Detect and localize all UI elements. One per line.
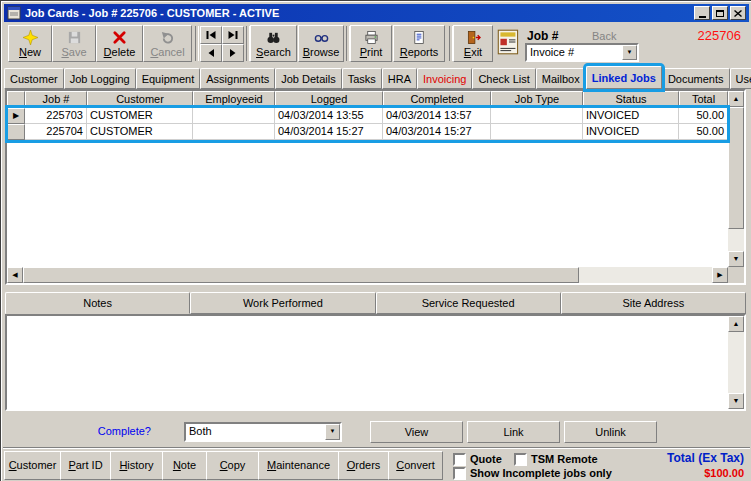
main-tab-bar: Customer Job Logging Equipment Assignmen… xyxy=(4,65,751,89)
grid-scroll-down-button[interactable]: ▼ xyxy=(728,251,744,267)
cancel-button[interactable]: Cancel xyxy=(143,25,192,62)
next-record-button[interactable] xyxy=(222,44,244,62)
notes-scroll-down-button[interactable]: ▼ xyxy=(728,393,744,409)
notes-scroll-up-button[interactable]: ▲ xyxy=(728,316,744,332)
scrollbar-corner xyxy=(728,267,744,283)
previous-record-button[interactable] xyxy=(200,44,222,62)
show-incomplete-checkbox-label: Show Incomplete jobs only xyxy=(470,467,612,480)
customer-button[interactable]: Customer xyxy=(4,451,61,480)
save-button-label: Save xyxy=(61,47,86,58)
tab-job-logging[interactable]: Job Logging xyxy=(64,68,136,89)
grid-horizontal-scrollbar[interactable]: ◀ ▶ xyxy=(7,267,728,283)
cell-total: 50.00 xyxy=(679,108,728,124)
cell-job-number: 225704 xyxy=(25,124,87,140)
exit-icon xyxy=(466,30,481,45)
chevron-down-icon: ▼ xyxy=(733,397,740,404)
cancel-button-label: Cancel xyxy=(150,47,184,58)
lookup-dropdown-button[interactable]: ▼ xyxy=(622,45,637,60)
note-button[interactable]: Note xyxy=(162,451,207,480)
new-button[interactable]: New xyxy=(8,25,52,62)
tab-tasks[interactable]: Tasks xyxy=(342,68,382,89)
tab-job-details[interactable]: Job Details xyxy=(275,68,341,89)
grid-scroll-right-button[interactable]: ▶ xyxy=(712,267,728,283)
notes-content[interactable] xyxy=(7,316,728,409)
view-button[interactable]: View xyxy=(370,421,463,443)
column-header-total[interactable]: Total xyxy=(679,91,728,108)
tab-service-requested[interactable]: Service Requested xyxy=(376,292,561,314)
history-button[interactable]: History xyxy=(110,451,163,480)
tab-equipment[interactable]: Equipment xyxy=(136,68,201,89)
search-icon xyxy=(266,30,281,45)
tab-mailbox[interactable]: Mailbox xyxy=(536,68,586,89)
tab-site-address[interactable]: Site Address xyxy=(561,292,746,314)
tab-check-list[interactable]: Check List xyxy=(472,68,535,89)
tab-documents[interactable]: Documents xyxy=(662,68,730,89)
maximize-button[interactable] xyxy=(712,6,728,20)
column-header-employeeid[interactable]: Employeeid xyxy=(193,91,275,108)
search-button[interactable]: Search xyxy=(250,25,297,62)
grid-scroll-up-button[interactable]: ▲ xyxy=(728,91,744,107)
notes-panel: ▲ ▼ xyxy=(5,314,746,411)
tsm-remote-checkbox[interactable] xyxy=(514,453,527,466)
close-button[interactable] xyxy=(730,6,746,20)
column-header-customer[interactable]: Customer xyxy=(87,91,193,108)
chevron-down-icon: ▼ xyxy=(330,428,336,434)
reports-button[interactable]: Reports xyxy=(393,25,445,62)
part-id-button[interactable]: Part ID xyxy=(60,451,111,480)
maximize-icon xyxy=(716,10,724,17)
maintenance-button[interactable]: Maintenance xyxy=(258,451,339,480)
tab-assignments[interactable]: Assignments xyxy=(200,68,275,89)
table-row[interactable]: 225704 CUSTOMER 04/03/2014 15:27 04/03/2… xyxy=(7,124,728,140)
column-header-completed[interactable]: Completed xyxy=(383,91,491,108)
tab-linked-jobs[interactable]: Linked Jobs xyxy=(586,66,662,89)
reports-button-label: Reports xyxy=(400,47,439,58)
unlink-button[interactable]: Unlink xyxy=(564,421,657,443)
tab-hra[interactable]: HRA xyxy=(382,68,417,89)
column-header-status[interactable]: Status xyxy=(583,91,679,108)
tab-user-fields[interactable]: User Fields xyxy=(730,68,751,89)
complete-filter-select[interactable]: Both ▼ xyxy=(184,422,342,442)
cell-status: INVOICED xyxy=(583,124,679,140)
tab-work-performed[interactable]: Work Performed xyxy=(190,292,375,314)
grid-vertical-scrollbar[interactable]: ▲ ▼ xyxy=(728,91,744,267)
tsm-remote-checkbox-label: TSM Remote xyxy=(531,453,598,466)
tab-customer[interactable]: Customer xyxy=(4,68,64,89)
grid-scroll-left-button[interactable]: ◀ xyxy=(7,267,23,283)
row-selector-header xyxy=(7,91,25,108)
browse-button[interactable]: Browse xyxy=(298,25,344,62)
tab-invoicing[interactable]: Invoicing xyxy=(417,68,472,89)
convert-button[interactable]: Convert xyxy=(388,451,443,480)
cell-employeeid xyxy=(193,108,275,124)
table-row[interactable]: ▶ 225703 CUSTOMER 04/03/2014 13:55 04/03… xyxy=(7,108,728,124)
quote-checkbox[interactable] xyxy=(453,453,466,466)
last-record-button[interactable] xyxy=(222,26,244,44)
complete-filter-value: Both xyxy=(186,424,325,440)
complete-filter-dropdown-button[interactable]: ▼ xyxy=(325,424,340,440)
grid-header: Job # Customer Employeeid Logged Complet… xyxy=(7,91,728,108)
delete-button[interactable]: Delete xyxy=(96,25,143,62)
cell-logged: 04/03/2014 13:55 xyxy=(275,108,383,124)
previous-record-icon xyxy=(205,48,217,58)
print-button[interactable]: Print xyxy=(350,25,392,62)
save-button[interactable]: Save xyxy=(52,25,96,62)
tab-notes[interactable]: Notes xyxy=(5,292,190,314)
grid-hscroll-thumb[interactable] xyxy=(23,267,579,283)
lookup-type-select[interactable]: Invoice # ▼ xyxy=(525,43,639,62)
first-record-button[interactable] xyxy=(200,26,222,44)
show-incomplete-checkbox[interactable] xyxy=(453,467,466,480)
title-bar[interactable]: Job Cards - Job # 225706 - CUSTOMER - AC… xyxy=(4,4,749,22)
chevron-down-icon: ▼ xyxy=(733,255,740,262)
minimize-button[interactable] xyxy=(694,6,710,20)
delete-button-label: Delete xyxy=(104,47,136,58)
column-header-logged[interactable]: Logged xyxy=(275,91,383,108)
exit-button[interactable]: Exit xyxy=(453,25,493,62)
cell-job-number: 225703 xyxy=(25,108,87,124)
column-header-job-type[interactable]: Job Type xyxy=(491,91,583,108)
notes-vertical-scrollbar[interactable]: ▲ ▼ xyxy=(728,316,744,409)
grid-vscroll-thumb[interactable] xyxy=(728,107,744,229)
job-card-icon xyxy=(496,27,522,59)
orders-button[interactable]: Orders xyxy=(338,451,389,480)
copy-button[interactable]: Copy xyxy=(206,451,259,480)
column-header-job-number[interactable]: Job # xyxy=(25,91,87,108)
link-button[interactable]: Link xyxy=(467,421,560,443)
